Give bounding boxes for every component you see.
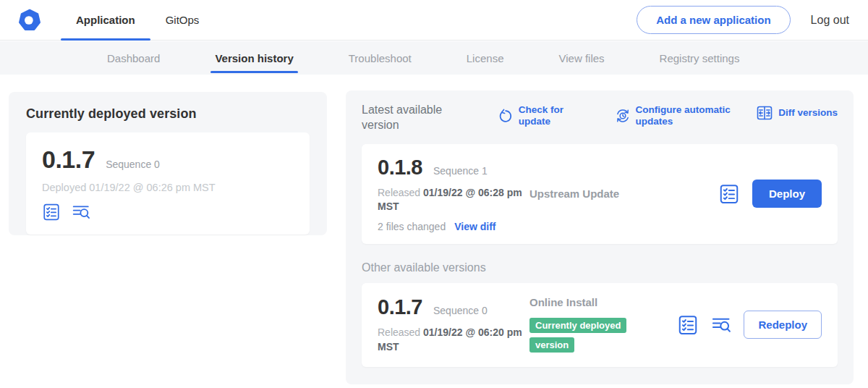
schedule-icon: [615, 108, 631, 124]
currently-deployed-card: Currently deployed version 0.1.7 Sequenc…: [9, 92, 327, 235]
logout-link[interactable]: Log out: [811, 14, 849, 27]
subnav-item-view-files[interactable]: View files: [554, 41, 608, 75]
diff-versions-label: Diff versions: [778, 107, 838, 119]
other-sequence: Sequence 0: [433, 305, 488, 316]
files-changed-count: 2 files changed: [378, 221, 446, 232]
latest-version-number: 0.1.8: [378, 156, 422, 180]
other-version-card: 0.1.7 Sequence 0 Released 01/19/22 @ 06:…: [362, 283, 838, 367]
currently-deployed-badge: Currently deployed version: [529, 318, 626, 353]
deployed-timestamp: Deployed 01/19/22 @ 06:26 pm MST: [42, 182, 294, 193]
view-diff-link[interactable]: View diff: [454, 221, 495, 232]
deployed-sequence: Sequence 0: [106, 159, 160, 170]
redeploy-button[interactable]: Redeploy: [744, 311, 822, 339]
preflight-checks-icon[interactable]: [677, 314, 699, 336]
other-released-timestamp: Released 01/19/22 @ 06:20 pm MST: [378, 326, 522, 354]
configure-automatic-updates-button[interactable]: Configure automatic updates: [615, 104, 757, 127]
diff-versions-button[interactable]: Diff versions: [756, 104, 838, 122]
other-version-number: 0.1.7: [378, 295, 422, 319]
tab-application[interactable]: Application: [61, 0, 150, 40]
subnav-item-version-history[interactable]: Version history: [210, 41, 297, 75]
subnav-item-registry-settings[interactable]: Registry settings: [655, 41, 744, 75]
latest-sequence: Sequence 1: [433, 165, 488, 177]
other-available-versions-title: Other available versions: [362, 261, 838, 274]
deployed-version-number: 0.1.7: [42, 146, 95, 174]
view-logs-icon[interactable]: [711, 315, 731, 335]
add-application-button[interactable]: Add a new application: [637, 6, 790, 34]
latest-released-timestamp: Released 01/19/22 @ 06:28 pm MST: [378, 186, 522, 214]
subnav-item-troubleshoot[interactable]: Troubleshoot: [344, 41, 416, 75]
kots-logo-icon[interactable]: [17, 8, 42, 33]
top-header: Application GitOps Add a new application…: [0, 0, 868, 41]
deployed-version-card: 0.1.7 Sequence 0 Deployed 01/19/22 @ 06:…: [26, 132, 310, 235]
currently-deployed-title: Currently deployed version: [26, 106, 310, 122]
tab-gitops-label: GitOps: [166, 14, 200, 26]
app-subnav: Dashboard Version history Troubleshoot L…: [0, 41, 868, 75]
preflight-checks-icon[interactable]: [42, 203, 61, 222]
tab-application-label: Application: [76, 14, 135, 26]
latest-available-title: Latest available version: [362, 103, 454, 133]
subnav-item-license[interactable]: License: [462, 41, 509, 75]
latest-version-source: Upstream Update: [529, 187, 718, 200]
configure-automatic-updates-label: Configure automatic updates: [636, 104, 757, 127]
refresh-icon: [498, 108, 514, 124]
deploy-button[interactable]: Deploy: [752, 180, 822, 208]
check-for-update-label: Check for update: [519, 104, 590, 127]
subnav-item-dashboard[interactable]: Dashboard: [103, 41, 164, 75]
available-versions-panel: Latest available version Check for updat…: [346, 90, 854, 384]
diff-icon: [756, 104, 773, 122]
tab-gitops[interactable]: GitOps: [150, 0, 215, 40]
latest-version-card: 0.1.8 Sequence 1 Released 01/19/22 @ 06:…: [362, 144, 838, 244]
check-for-update-button[interactable]: Check for update: [498, 104, 590, 127]
view-logs-icon[interactable]: [72, 203, 90, 222]
other-version-source: Online Install Currently deployed versio…: [529, 296, 677, 354]
preflight-checks-icon[interactable]: [718, 183, 740, 205]
app-tabs: Application GitOps: [61, 0, 214, 40]
